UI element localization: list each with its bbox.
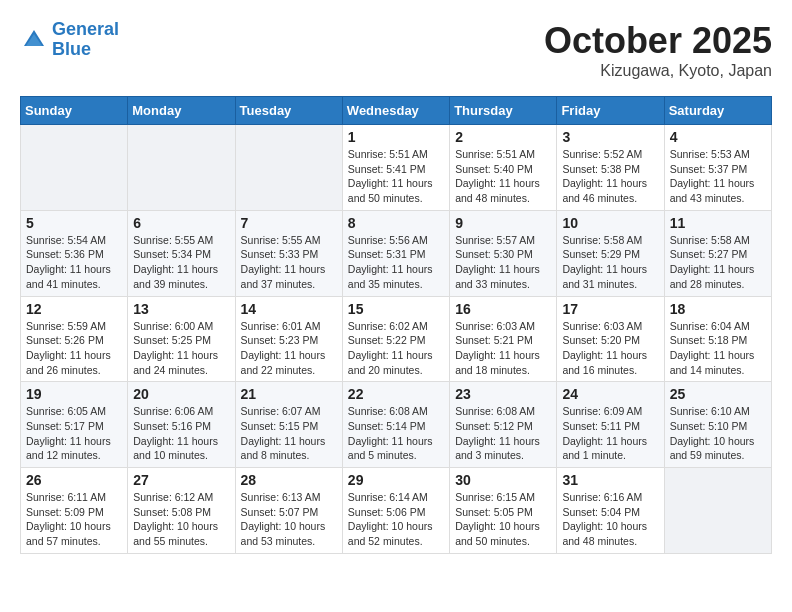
calendar-cell: [21, 125, 128, 211]
day-info: Sunrise: 6:05 AM Sunset: 5:17 PM Dayligh…: [26, 404, 122, 463]
day-number: 26: [26, 472, 122, 488]
day-info: Sunrise: 6:02 AM Sunset: 5:22 PM Dayligh…: [348, 319, 444, 378]
weekday-header-friday: Friday: [557, 97, 664, 125]
weekday-header-thursday: Thursday: [450, 97, 557, 125]
calendar-cell: 13Sunrise: 6:00 AM Sunset: 5:25 PM Dayli…: [128, 296, 235, 382]
calendar-cell: 8Sunrise: 5:56 AM Sunset: 5:31 PM Daylig…: [342, 210, 449, 296]
day-info: Sunrise: 6:10 AM Sunset: 5:10 PM Dayligh…: [670, 404, 766, 463]
calendar-cell: 6Sunrise: 5:55 AM Sunset: 5:34 PM Daylig…: [128, 210, 235, 296]
calendar-cell: 17Sunrise: 6:03 AM Sunset: 5:20 PM Dayli…: [557, 296, 664, 382]
day-number: 11: [670, 215, 766, 231]
calendar-cell: 4Sunrise: 5:53 AM Sunset: 5:37 PM Daylig…: [664, 125, 771, 211]
weekday-header-wednesday: Wednesday: [342, 97, 449, 125]
calendar-cell: 25Sunrise: 6:10 AM Sunset: 5:10 PM Dayli…: [664, 382, 771, 468]
calendar-cell: 10Sunrise: 5:58 AM Sunset: 5:29 PM Dayli…: [557, 210, 664, 296]
calendar-cell: 27Sunrise: 6:12 AM Sunset: 5:08 PM Dayli…: [128, 468, 235, 554]
calendar-cell: 22Sunrise: 6:08 AM Sunset: 5:14 PM Dayli…: [342, 382, 449, 468]
calendar-cell: 1Sunrise: 5:51 AM Sunset: 5:41 PM Daylig…: [342, 125, 449, 211]
day-number: 2: [455, 129, 551, 145]
day-info: Sunrise: 5:58 AM Sunset: 5:29 PM Dayligh…: [562, 233, 658, 292]
day-info: Sunrise: 5:52 AM Sunset: 5:38 PM Dayligh…: [562, 147, 658, 206]
calendar-cell: 14Sunrise: 6:01 AM Sunset: 5:23 PM Dayli…: [235, 296, 342, 382]
weekday-header-monday: Monday: [128, 97, 235, 125]
logo: General Blue: [20, 20, 119, 60]
day-number: 29: [348, 472, 444, 488]
weekday-header-tuesday: Tuesday: [235, 97, 342, 125]
month-title: October 2025: [544, 20, 772, 62]
day-number: 25: [670, 386, 766, 402]
day-number: 27: [133, 472, 229, 488]
calendar-cell: 29Sunrise: 6:14 AM Sunset: 5:06 PM Dayli…: [342, 468, 449, 554]
logo-text-line1: General: [52, 20, 119, 40]
day-info: Sunrise: 6:13 AM Sunset: 5:07 PM Dayligh…: [241, 490, 337, 549]
day-number: 31: [562, 472, 658, 488]
day-info: Sunrise: 5:58 AM Sunset: 5:27 PM Dayligh…: [670, 233, 766, 292]
calendar-week-4: 19Sunrise: 6:05 AM Sunset: 5:17 PM Dayli…: [21, 382, 772, 468]
weekday-header-row: SundayMondayTuesdayWednesdayThursdayFrid…: [21, 97, 772, 125]
day-info: Sunrise: 6:03 AM Sunset: 5:21 PM Dayligh…: [455, 319, 551, 378]
day-info: Sunrise: 6:06 AM Sunset: 5:16 PM Dayligh…: [133, 404, 229, 463]
calendar-cell: 24Sunrise: 6:09 AM Sunset: 5:11 PM Dayli…: [557, 382, 664, 468]
calendar-cell: 15Sunrise: 6:02 AM Sunset: 5:22 PM Dayli…: [342, 296, 449, 382]
day-number: 9: [455, 215, 551, 231]
day-info: Sunrise: 6:14 AM Sunset: 5:06 PM Dayligh…: [348, 490, 444, 549]
day-number: 22: [348, 386, 444, 402]
day-number: 1: [348, 129, 444, 145]
day-number: 14: [241, 301, 337, 317]
calendar: SundayMondayTuesdayWednesdayThursdayFrid…: [20, 96, 772, 554]
day-info: Sunrise: 6:00 AM Sunset: 5:25 PM Dayligh…: [133, 319, 229, 378]
day-number: 6: [133, 215, 229, 231]
day-info: Sunrise: 6:03 AM Sunset: 5:20 PM Dayligh…: [562, 319, 658, 378]
day-number: 3: [562, 129, 658, 145]
calendar-cell: 23Sunrise: 6:08 AM Sunset: 5:12 PM Dayli…: [450, 382, 557, 468]
day-number: 7: [241, 215, 337, 231]
calendar-cell: 9Sunrise: 5:57 AM Sunset: 5:30 PM Daylig…: [450, 210, 557, 296]
calendar-cell: 19Sunrise: 6:05 AM Sunset: 5:17 PM Dayli…: [21, 382, 128, 468]
day-info: Sunrise: 5:51 AM Sunset: 5:41 PM Dayligh…: [348, 147, 444, 206]
day-info: Sunrise: 6:16 AM Sunset: 5:04 PM Dayligh…: [562, 490, 658, 549]
day-number: 18: [670, 301, 766, 317]
day-number: 4: [670, 129, 766, 145]
day-number: 16: [455, 301, 551, 317]
day-number: 19: [26, 386, 122, 402]
calendar-cell: 11Sunrise: 5:58 AM Sunset: 5:27 PM Dayli…: [664, 210, 771, 296]
logo-icon: [20, 26, 48, 54]
calendar-cell: [128, 125, 235, 211]
day-number: 23: [455, 386, 551, 402]
day-number: 20: [133, 386, 229, 402]
calendar-cell: 31Sunrise: 6:16 AM Sunset: 5:04 PM Dayli…: [557, 468, 664, 554]
calendar-cell: [235, 125, 342, 211]
day-info: Sunrise: 5:53 AM Sunset: 5:37 PM Dayligh…: [670, 147, 766, 206]
day-info: Sunrise: 6:04 AM Sunset: 5:18 PM Dayligh…: [670, 319, 766, 378]
calendar-cell: 16Sunrise: 6:03 AM Sunset: 5:21 PM Dayli…: [450, 296, 557, 382]
day-info: Sunrise: 5:55 AM Sunset: 5:33 PM Dayligh…: [241, 233, 337, 292]
calendar-cell: 5Sunrise: 5:54 AM Sunset: 5:36 PM Daylig…: [21, 210, 128, 296]
day-number: 10: [562, 215, 658, 231]
day-info: Sunrise: 6:11 AM Sunset: 5:09 PM Dayligh…: [26, 490, 122, 549]
calendar-week-5: 26Sunrise: 6:11 AM Sunset: 5:09 PM Dayli…: [21, 468, 772, 554]
calendar-cell: 18Sunrise: 6:04 AM Sunset: 5:18 PM Dayli…: [664, 296, 771, 382]
logo-text-line2: Blue: [52, 40, 119, 60]
calendar-cell: 30Sunrise: 6:15 AM Sunset: 5:05 PM Dayli…: [450, 468, 557, 554]
day-info: Sunrise: 6:08 AM Sunset: 5:12 PM Dayligh…: [455, 404, 551, 463]
calendar-week-2: 5Sunrise: 5:54 AM Sunset: 5:36 PM Daylig…: [21, 210, 772, 296]
calendar-cell: 12Sunrise: 5:59 AM Sunset: 5:26 PM Dayli…: [21, 296, 128, 382]
calendar-cell: 20Sunrise: 6:06 AM Sunset: 5:16 PM Dayli…: [128, 382, 235, 468]
title-block: October 2025 Kizugawa, Kyoto, Japan: [544, 20, 772, 80]
day-info: Sunrise: 6:15 AM Sunset: 5:05 PM Dayligh…: [455, 490, 551, 549]
day-number: 24: [562, 386, 658, 402]
calendar-cell: 7Sunrise: 5:55 AM Sunset: 5:33 PM Daylig…: [235, 210, 342, 296]
calendar-week-3: 12Sunrise: 5:59 AM Sunset: 5:26 PM Dayli…: [21, 296, 772, 382]
day-number: 12: [26, 301, 122, 317]
day-info: Sunrise: 5:54 AM Sunset: 5:36 PM Dayligh…: [26, 233, 122, 292]
day-number: 17: [562, 301, 658, 317]
calendar-cell: [664, 468, 771, 554]
day-number: 28: [241, 472, 337, 488]
day-number: 8: [348, 215, 444, 231]
day-info: Sunrise: 5:59 AM Sunset: 5:26 PM Dayligh…: [26, 319, 122, 378]
day-number: 30: [455, 472, 551, 488]
calendar-cell: 26Sunrise: 6:11 AM Sunset: 5:09 PM Dayli…: [21, 468, 128, 554]
calendar-week-1: 1Sunrise: 5:51 AM Sunset: 5:41 PM Daylig…: [21, 125, 772, 211]
weekday-header-saturday: Saturday: [664, 97, 771, 125]
day-number: 21: [241, 386, 337, 402]
